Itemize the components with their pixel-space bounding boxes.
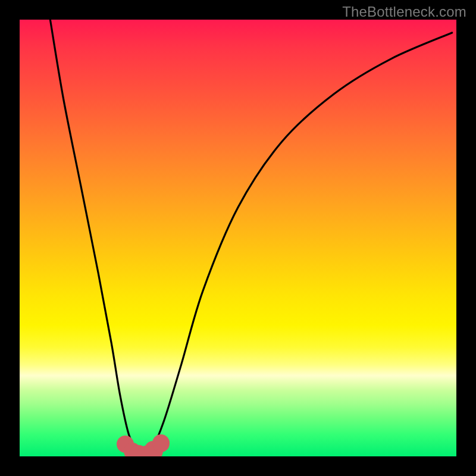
curve-svg (20, 20, 456, 456)
bottleneck-curve (50, 20, 452, 456)
optimal-marker (152, 434, 170, 452)
watermark-text: TheBottleneck.com (342, 4, 466, 20)
chart-frame: TheBottleneck.com (0, 0, 476, 476)
plot-area (20, 20, 456, 456)
